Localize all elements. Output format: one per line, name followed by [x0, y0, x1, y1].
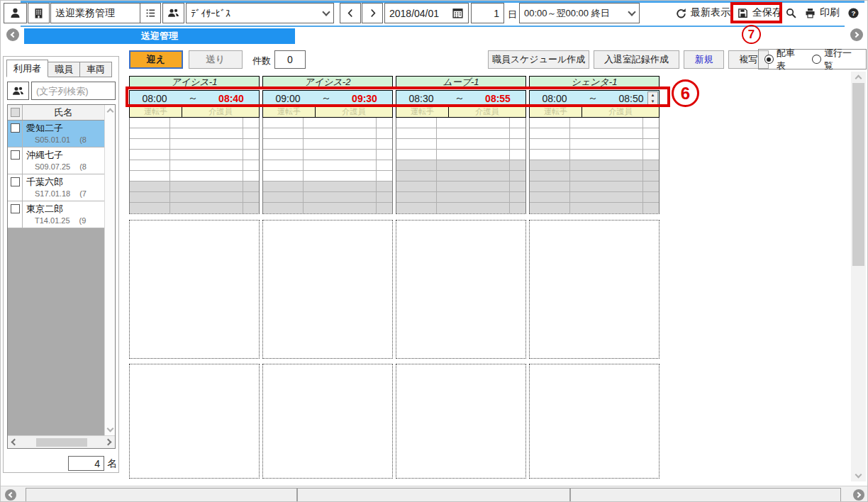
grid-cell[interactable] [530, 128, 570, 138]
grid-row[interactable] [530, 203, 659, 213]
grid-cell[interactable] [643, 203, 659, 213]
grid-row[interactable] [530, 182, 659, 192]
grid-cell[interactable] [263, 118, 304, 128]
grid-cell[interactable] [130, 160, 170, 170]
column-bottom-section[interactable] [396, 364, 526, 479]
grid-row[interactable] [263, 182, 392, 192]
name-column-header[interactable]: 氏名 [23, 106, 104, 119]
grid-row[interactable] [396, 118, 525, 128]
grid-cell[interactable] [530, 203, 570, 213]
grid-cell[interactable] [643, 139, 659, 149]
grid-cell[interactable] [570, 171, 643, 181]
column-lower-section[interactable] [129, 220, 260, 359]
grid-row[interactable] [396, 150, 525, 160]
tab-staff[interactable]: 職員 [48, 62, 80, 77]
grid-row[interactable] [263, 139, 392, 150]
grid-cell[interactable] [263, 203, 304, 213]
column-bottom-section[interactable] [262, 364, 393, 479]
grid-cell[interactable] [396, 182, 437, 191]
grid-cell[interactable] [643, 182, 659, 191]
grid-cell[interactable] [243, 128, 259, 138]
grid-cell[interactable] [263, 150, 304, 160]
grid-cell[interactable] [243, 160, 259, 170]
grid-cell[interactable] [396, 192, 437, 202]
end-time[interactable]: 08:40 [215, 93, 247, 104]
start-time[interactable]: 08:00 [538, 93, 571, 104]
grid-cell[interactable] [377, 160, 392, 170]
grid-cell[interactable] [377, 203, 392, 213]
grid-cell[interactable] [643, 118, 659, 128]
refresh-button[interactable]: 最新表示 [675, 4, 730, 21]
assistant-cell[interactable]: 介護員 [448, 106, 525, 117]
grid-cell[interactable] [530, 139, 570, 149]
grid-cell[interactable] [510, 203, 525, 213]
scroll-up-icon[interactable] [106, 108, 113, 116]
grid-cell[interactable] [437, 150, 510, 160]
grid-cell[interactable] [396, 160, 437, 170]
user-row[interactable]: 千葉六郎S17.01.18(7 [8, 174, 104, 201]
grid-cell[interactable] [437, 128, 510, 138]
grid-cell[interactable] [243, 118, 259, 128]
grid-cell[interactable] [304, 139, 377, 149]
staff-schedule-button[interactable]: 職員スケジュール作成 [488, 50, 589, 69]
grid-cell[interactable] [263, 128, 304, 138]
prev-day-button[interactable] [340, 3, 361, 23]
grid-cell[interactable] [437, 171, 510, 181]
user-checkbox[interactable] [11, 123, 20, 133]
grid-cell[interactable] [396, 139, 437, 149]
grid-row[interactable] [130, 182, 259, 192]
grid-cell[interactable] [130, 182, 170, 191]
end-time[interactable]: 09:30 [348, 93, 381, 104]
grid-cell[interactable] [437, 160, 510, 170]
date-field[interactable]: 2018/04/01 [384, 3, 469, 23]
spinner-up-icon[interactable]: ▲ [651, 93, 655, 97]
grid-cell[interactable] [437, 192, 510, 202]
radio-dispatch-table[interactable]: 配車表 [764, 47, 803, 72]
scroll-down-icon[interactable] [106, 425, 113, 433]
end-time[interactable]: 08:50 [615, 93, 647, 104]
user-checkbox[interactable] [11, 177, 20, 186]
assistant-cell[interactable]: 介護員 [315, 106, 392, 117]
office-button[interactable] [28, 3, 50, 23]
driver-cell[interactable]: 運転手 [263, 106, 315, 117]
time-range-row[interactable]: 09:00～09:30 [262, 90, 393, 106]
column-lower-section[interactable] [529, 220, 660, 359]
day-count-field[interactable]: 1 [471, 3, 504, 23]
column-lower-section[interactable] [262, 220, 393, 359]
pickup-toggle-button[interactable]: 迎え [129, 50, 183, 69]
dropoff-toggle-button[interactable]: 送り [189, 50, 243, 69]
grid-cell[interactable] [530, 160, 570, 170]
grid-cell[interactable] [530, 150, 570, 160]
grid-cell[interactable] [510, 171, 525, 181]
bottom-scroll-right-button[interactable] [853, 489, 864, 501]
grid-cell[interactable] [377, 171, 392, 181]
grid-cell[interactable] [243, 192, 259, 202]
schedule-grid[interactable] [129, 118, 260, 214]
grid-cell[interactable] [396, 203, 437, 213]
user-row[interactable]: 東京二郎T14.01.25(9 [8, 201, 104, 228]
service-group-button[interactable] [162, 3, 184, 23]
tab-vehicles[interactable]: 車両 [79, 62, 112, 77]
service-select[interactable]: ﾃﾞｲｻｰﾋﾞｽ [186, 3, 334, 23]
grid-cell[interactable] [643, 160, 659, 170]
schedule-grid[interactable] [396, 118, 526, 214]
grid-cell[interactable] [170, 203, 243, 213]
grid-cell[interactable] [396, 150, 437, 160]
grid-row[interactable] [130, 139, 259, 150]
grid-cell[interactable] [530, 192, 570, 202]
start-time[interactable]: 09:00 [272, 93, 304, 104]
grid-cell[interactable] [530, 118, 570, 128]
vehicle-name-header[interactable]: ムーブ-1 [396, 76, 526, 89]
save-all-button[interactable]: 全保存 [737, 4, 782, 21]
grid-cell[interactable] [304, 203, 377, 213]
grid-cell[interactable] [530, 171, 570, 181]
grid-cell[interactable] [263, 139, 304, 149]
user-row-main[interactable]: 沖縄七子S09.07.25(8 [23, 147, 104, 174]
grid-cell[interactable] [643, 192, 659, 202]
hscroll-thumb[interactable] [36, 438, 87, 447]
grid-cell[interactable] [170, 139, 243, 149]
grid-cell[interactable] [510, 118, 525, 128]
assistant-cell[interactable]: 介護員 [182, 106, 259, 117]
menu-list-button[interactable] [140, 3, 161, 23]
user-button[interactable] [4, 3, 27, 23]
